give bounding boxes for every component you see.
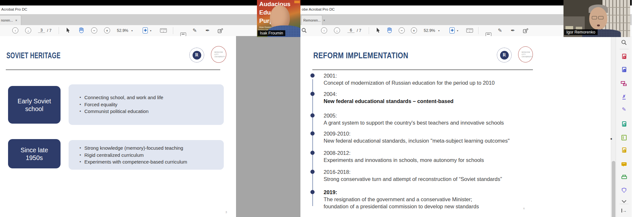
- page-fit-icon[interactable]: ✚: [143, 27, 148, 33]
- open-tools-panel-icon[interactable]: →: [620, 207, 628, 214]
- screen: Acrobat Pro DC noren... × ↑ ↓ 3 / 7 − + …: [0, 0, 644, 217]
- mcu-logo: MOSCOWCITYUNIVERSITY: [518, 46, 533, 62]
- page-down-button[interactable]: ↓: [25, 27, 31, 33]
- zoom-level-value[interactable]: 52.9%: [424, 28, 435, 33]
- timeline-item: 2016-2018: Strong conservative turn and …: [324, 168, 546, 183]
- timeline-item: 2009-2010: New federal educational stand…: [324, 130, 546, 144]
- hse-logo: R: [189, 48, 204, 62]
- mcu-logo: MOSCOWCITYUNIVERSITY: [211, 46, 226, 63]
- left-window-titlebar: Acrobat Pro DC: [0, 5, 300, 14]
- vertical-scrollbar[interactable]: [611, 36, 616, 217]
- fill-and-sign-icon[interactable]: ✎: [620, 105, 628, 113]
- zoom-level-value[interactable]: 52.9%: [117, 28, 128, 33]
- bullet-item: Experiments with competence-based curric…: [79, 158, 217, 165]
- left-tab-label: noren...: [1, 18, 13, 22]
- toolbar-divider: [369, 27, 369, 34]
- slide-page-number: 6: [523, 207, 525, 210]
- page-total-label: / 7: [47, 28, 52, 33]
- bullet-item: Communist political education: [79, 108, 217, 115]
- page-total-label: / 7: [357, 28, 361, 33]
- prepare-form-icon[interactable]: [620, 134, 628, 141]
- combine-files-icon[interactable]: ▪: [620, 146, 628, 154]
- fill-sign-icon[interactable]: ✒: [205, 27, 210, 33]
- left-window-title: Acrobat Pro DC: [1, 7, 27, 11]
- timeline-item: 2005: A grant system to support the coun…: [324, 112, 546, 126]
- left-toolbar: ↑ ↓ 3 / 7 − + 52.9% ▾ ✚ ▾ ↓ ✎ ✒: [0, 25, 300, 36]
- timeline-item: 2001: Concept of modernization of Russia…: [324, 72, 546, 86]
- export-pdf-icon[interactable]: ↓: [620, 66, 628, 73]
- bullet-item: Rigid centralized curriculum: [79, 152, 217, 159]
- create-pdf-icon[interactable]: +: [620, 52, 628, 60]
- zoom-in-button[interactable]: +: [104, 27, 110, 33]
- page-up-button[interactable]: ↑: [321, 27, 327, 33]
- timeline-line: [312, 79, 313, 206]
- left-document-tab[interactable]: noren... ×: [0, 15, 21, 25]
- tools-sidebar: + ↓ ✗ ✎ ↻ ▪ →: [616, 36, 632, 217]
- toolbar-divider: [173, 27, 173, 34]
- right-document-tab[interactable]: Remoren... ×: [301, 15, 322, 25]
- row-bullets-box: Strong knowledge (memory)-focused teachi…: [69, 140, 224, 170]
- title-divider: [312, 69, 533, 70]
- screen-share-letterbox: [0, 0, 632, 5]
- left-tab-close-icon[interactable]: ×: [15, 18, 17, 22]
- zoom-in-button[interactable]: +: [411, 27, 417, 33]
- bullet-item: Strong knowledge (memory)-focused teachi…: [79, 145, 217, 152]
- collapse-panel-arrow-icon[interactable]: ◄: [610, 137, 612, 140]
- organize-pages-icon[interactable]: [620, 80, 628, 88]
- title-divider: [6, 69, 220, 70]
- timeline-item: 2019: The resignation of the government …: [324, 189, 546, 210]
- slide-title-left: SOVIET HERITAGE: [6, 51, 61, 60]
- stamp-tools-icon[interactable]: [523, 28, 529, 33]
- row-label-box: Since late 1950s: [8, 139, 61, 168]
- toolbar-divider: [59, 27, 59, 34]
- page-number-input[interactable]: 6: [347, 28, 355, 33]
- right-tab-label: Remoren...: [303, 18, 321, 22]
- print-production-icon[interactable]: [620, 173, 628, 181]
- participant-video-remorenko: Igor Remorenko: [564, 0, 630, 37]
- select-tool-icon[interactable]: [376, 28, 381, 33]
- page-fit-icon[interactable]: ✚: [450, 27, 455, 33]
- timeline-item: 2004: New federal educational standards …: [324, 90, 546, 105]
- stamp-tools-icon[interactable]: [218, 28, 223, 33]
- hand-tool-icon[interactable]: [386, 27, 393, 33]
- select-tool-icon[interactable]: [66, 28, 71, 33]
- zoom-caret-icon[interactable]: ▾: [438, 29, 440, 32]
- send-for-review-icon[interactable]: ↻: [620, 120, 628, 128]
- zoom-out-button[interactable]: −: [399, 27, 405, 33]
- page-up-button[interactable]: ↑: [12, 27, 18, 33]
- search-icon[interactable]: [301, 28, 307, 33]
- page-fit-caret-icon[interactable]: ▾: [457, 29, 458, 32]
- search-icon[interactable]: [620, 39, 628, 46]
- row-bullets-box: Connecting school, and work and life For…: [69, 84, 224, 125]
- page-fit-caret-icon[interactable]: ▾: [150, 29, 151, 32]
- sidebar-divider: [620, 49, 629, 49]
- participant-name-label: Isak Froumin: [258, 30, 285, 36]
- scrollbar-thumb[interactable]: [612, 161, 615, 217]
- request-signatures-icon[interactable]: ✗: [620, 93, 628, 101]
- video-badge: [294, 1, 300, 3]
- protect-icon[interactable]: [620, 186, 628, 194]
- bullet-item: Connecting school, and work and life: [79, 94, 217, 101]
- sidebar-divider: [620, 204, 629, 204]
- hand-tool-icon[interactable]: [78, 27, 85, 33]
- zoom-out-button[interactable]: −: [91, 27, 97, 33]
- comment-tool-icon[interactable]: [620, 160, 628, 168]
- row-label-box: Early Soviet school: [8, 86, 61, 124]
- participant-name-label: Igor Remorenko: [564, 29, 598, 35]
- right-window-title: obe Acrobat Pro DC: [302, 7, 335, 11]
- left-tab-bar: noren... ×: [0, 14, 300, 25]
- desktop-margin: [632, 0, 644, 217]
- hse-logo: R: [497, 48, 512, 62]
- glasses-icon: [592, 16, 605, 19]
- highlight-icon[interactable]: ✎: [193, 27, 197, 33]
- right-tab-close-icon[interactable]: ×: [323, 18, 325, 22]
- zoom-caret-icon[interactable]: ▾: [131, 29, 133, 32]
- participant-video-froumin: Audacious Educat Purpo How Governmen Goa…: [257, 0, 300, 37]
- fill-sign-icon[interactable]: ✒: [511, 27, 515, 33]
- highlight-icon[interactable]: ✎: [498, 27, 502, 33]
- page-down-button[interactable]: ↓: [334, 27, 340, 33]
- screen-mode-icon[interactable]: ↓: [160, 28, 167, 33]
- screen-mode-icon[interactable]: ↓: [466, 28, 473, 33]
- toolbar-divider: [478, 27, 478, 34]
- page-number-input[interactable]: 3: [38, 28, 45, 33]
